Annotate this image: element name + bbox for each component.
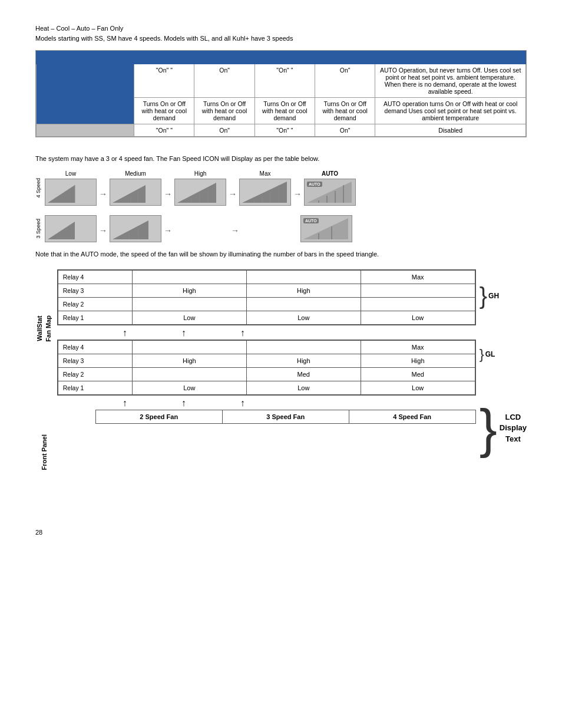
ws-relay1-col2: Low — [132, 311, 246, 325]
high-label: High — [194, 170, 207, 177]
gh-label: GH — [488, 292, 499, 300]
arrow-2: → — [164, 189, 172, 199]
main-table: "On" " On" "On" " On" AUTO Operation, bu… — [36, 51, 526, 137]
fan-3speed-med — [110, 215, 161, 242]
ws-row-relay3: Relay 3 High High — [58, 284, 475, 298]
ws-relay2-label: Relay 2 — [58, 298, 132, 311]
frontpanel-label-wrap: Front Panel — [35, 393, 54, 511]
ws-relay4-col4: Max — [361, 271, 475, 284]
cell-r2c1: Turns On or Off with heat or cool demand — [134, 98, 194, 124]
fp-relay3-label: Relay 3 — [58, 354, 132, 368]
speed-footer-2speed: 2 Speed Fan — [96, 410, 223, 423]
ws-row-relay1: Relay 1 Low Low Low — [58, 311, 475, 325]
arrow-3s-3: → — [231, 226, 239, 235]
gh-brace-icon: } — [480, 284, 487, 308]
arrow-3s-1: → — [99, 226, 107, 235]
lcd-display-label: LCDDisplayText — [500, 412, 527, 444]
ws-relay4-col2 — [132, 271, 246, 284]
ws-relay4-col3 — [246, 271, 361, 284]
bracket-spacer — [480, 322, 527, 344]
arrows-between: ↑ ↑ ↑ — [57, 328, 476, 338]
cell-r3c0 — [37, 124, 134, 137]
fp-relay4-col3 — [246, 341, 361, 354]
fan-icon-low — [45, 179, 97, 206]
fp-relay4-col2 — [132, 341, 246, 354]
fan-icon-high-svg — [175, 179, 227, 206]
speed-footer-4speed: 4 Speed Fan — [349, 410, 475, 423]
fp-relay1-col4: Low — [361, 381, 475, 395]
auto-label: AUTO — [322, 170, 338, 177]
cell-r3c5: Disabled — [375, 124, 526, 137]
wallstat-label: WallStatFan Map — [35, 315, 54, 342]
cell-r3c2: On" — [194, 124, 254, 137]
wallstat-table: Relay 4 Max Relay 3 High High Relay 2 — [58, 270, 475, 325]
lcd-bracket-wrap: } LCDDisplayText — [480, 383, 527, 474]
arrows-below-fp: ↑ ↑ ↑ — [57, 398, 476, 409]
fp-relay2-col2 — [132, 368, 246, 381]
fan-icon-medium-svg — [110, 179, 162, 206]
cell-r1c2: On" — [194, 64, 254, 98]
down-arrow-2: ↑ — [154, 398, 213, 409]
fan-icon-low-group: Low — [45, 170, 97, 206]
cell-r3c1: "On" " — [134, 124, 194, 137]
fan-3speed-spacer — [174, 215, 226, 242]
down-arrow-1: ↑ — [95, 398, 154, 409]
wallstat-table-wrapper: Relay 4 Max Relay 3 High High Relay 2 — [57, 269, 476, 325]
page-number: 28 — [35, 529, 527, 536]
header-line2: Models starting with SS, SM have 4 speed… — [35, 34, 527, 44]
fan-icon-auto: AUTO — [304, 179, 356, 206]
up-arrow-3: ↑ — [213, 328, 272, 338]
fp-row-relay1: Relay 1 Low Low Low — [58, 381, 475, 395]
gl-bracket-wrap: } GL — [480, 344, 527, 365]
blue-left-tall — [37, 64, 134, 124]
fan-3speed-low — [45, 215, 97, 242]
fp-row-relay2: Relay 2 Med Med — [58, 368, 475, 381]
fan-3speed-row: 3 Speed → → — [35, 215, 527, 242]
fp-relay1-col2: Low — [132, 381, 246, 395]
header-col1 — [134, 51, 194, 64]
ws-row-relay4: Relay 4 Max — [58, 271, 475, 284]
auto-badge-3speed: AUTO — [303, 218, 319, 223]
fan-icon-max — [239, 179, 291, 206]
fp-relay1-label: Relay 1 — [58, 381, 132, 395]
speed4-label: 4 Speed — [35, 178, 41, 198]
medium-label: Medium — [125, 170, 146, 177]
cell-r2c4: Turns On or Off with heat or cool demand — [315, 98, 375, 124]
fan-icon-medium-group: Medium — [110, 170, 161, 206]
fan-icon-medium — [110, 179, 161, 206]
arrow-3: → — [229, 189, 237, 199]
main-table-wrapper: "On" " On" "On" " On" AUTO Operation, bu… — [35, 50, 527, 137]
ws-relay2-col3 — [246, 298, 361, 311]
right-brackets: } GH } GL } LCDDisplayText — [480, 269, 527, 474]
bracket-spacer2 — [480, 365, 527, 383]
fan-icon-max-svg — [240, 179, 292, 206]
fan-section: The system may have a 3 or 4 speed fan. … — [35, 155, 527, 258]
ws-relay2-col4 — [361, 298, 475, 311]
cell-r3c4: On" — [315, 124, 375, 137]
fan-4speed-icons: Low → Medium — [45, 170, 356, 206]
fp-row-relay3: Relay 3 High High High — [58, 354, 475, 368]
header-description: Heat – Cool – Auto – Fan Only Models sta… — [35, 24, 527, 43]
gl-brace-icon: } — [480, 347, 484, 361]
arrow-3s-2: → — [164, 226, 172, 235]
fan-icon-high — [174, 179, 226, 206]
header-col3 — [254, 51, 315, 64]
cell-r2c3: Turns On or Off with heat or cool demand — [254, 98, 315, 124]
tables-area: Relay 4 Max Relay 3 High High Relay 2 — [57, 269, 476, 424]
header-line1: Heat – Cool – Auto – Fan Only — [35, 24, 527, 34]
ws-relay1-col4: Low — [361, 311, 475, 325]
gl-label: GL — [485, 350, 495, 358]
table-row-1: "On" " On" "On" " On" AUTO Operation, bu… — [37, 64, 526, 98]
max-label: Max — [260, 170, 271, 177]
fan-icon-auto-group: AUTO AUTO — [304, 170, 356, 206]
gh-bracket-wrap: } GH — [480, 269, 527, 322]
speed3-label: 3 Speed — [35, 219, 41, 239]
fp-relay4-label: Relay 4 — [58, 341, 132, 354]
ws-relay3-label: Relay 3 — [58, 284, 132, 298]
header-col2 — [194, 51, 254, 64]
fan-4speed-row: 4 Speed Low → Medium — [35, 170, 527, 206]
low-label: Low — [65, 170, 76, 177]
fan-icon-max-group: Max — [239, 170, 291, 206]
cell-r2c5: AUTO operation turns On or Off with heat… — [375, 98, 526, 124]
frontpanel-table-wrapper: Relay 4 Max Relay 3 High High High Relay… — [57, 340, 476, 396]
